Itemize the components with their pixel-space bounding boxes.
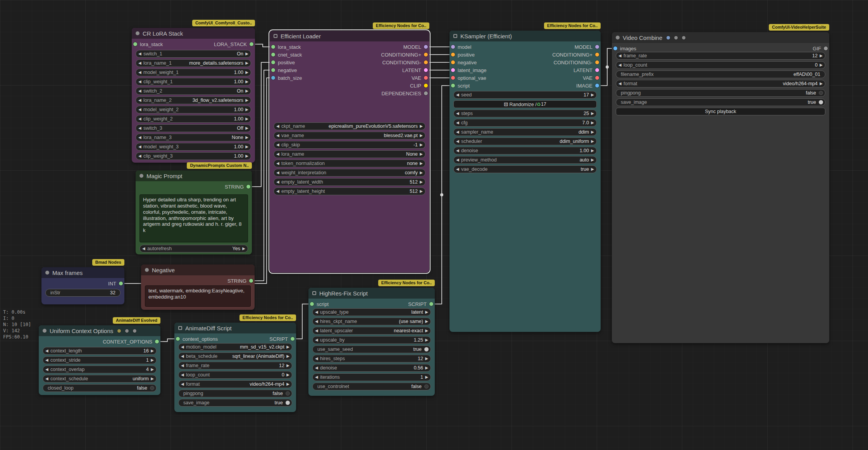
node-collapse-box-icon[interactable]	[274, 34, 277, 38]
node-efficient-loader[interactable]: Efficiency Nodes for Co..Efficient Loade…	[270, 31, 429, 273]
input-slot-dot[interactable]	[271, 68, 275, 72]
input-slot-dot[interactable]	[271, 60, 275, 64]
combo-decrement-arrow-icon[interactable]: ◀	[276, 161, 279, 165]
widget-upscale-by[interactable]: ◀upscale_by1.25▶	[312, 336, 431, 344]
toggle-indicator[interactable]	[286, 401, 290, 405]
combo-decrement-arrow-icon[interactable]: ◀	[315, 357, 318, 361]
combo-increment-arrow-icon[interactable]: ▶	[591, 130, 594, 134]
combo-decrement-arrow-icon[interactable]: ◀	[315, 319, 318, 323]
output-slot-CLIP[interactable]: CLIP	[410, 82, 428, 89]
combo-decrement-arrow-icon[interactable]: ◀	[276, 143, 279, 147]
node-collapse-dot-icon[interactable]	[45, 271, 49, 275]
output-slot-CONDITIONING+[interactable]: CONDITIONING+	[381, 51, 428, 58]
widget-sampler-name[interactable]: ◀sampler_nameddim▶	[453, 128, 597, 136]
combo-decrement-arrow-icon[interactable]: ◀	[181, 364, 184, 368]
widget-token-normalization[interactable]: ◀token_normalizationnone▶	[274, 160, 425, 167]
output-slot-CONDITIONING-[interactable]: CONDITIONING-	[554, 58, 599, 66]
combo-decrement-arrow-icon[interactable]: ◀	[315, 310, 318, 314]
output-slot-dot[interactable]	[429, 302, 433, 306]
toggle-indicator[interactable]	[819, 100, 823, 105]
combo-increment-arrow-icon[interactable]: ▶	[245, 70, 248, 74]
widget-model-weight-3[interactable]: ◀model_weight_31.00▶	[136, 143, 251, 151]
widget-filename-prefix[interactable]: filename_prefixeffAD\00_01	[616, 70, 825, 78]
node-collapse-box-icon[interactable]	[312, 291, 316, 295]
combo-decrement-arrow-icon[interactable]: ◀	[276, 124, 279, 128]
widget-format[interactable]: ◀formatvideo/h264-mp4▶	[616, 80, 825, 88]
input-slot-negative[interactable]: negative	[271, 66, 297, 74]
combo-decrement-arrow-icon[interactable]: ◀	[142, 247, 145, 251]
widget-empty-latent-width[interactable]: ◀empty_latent_width512▶	[274, 178, 425, 186]
combo-increment-arrow-icon[interactable]: ▶	[591, 112, 594, 115]
widget-context-length[interactable]: ◀context_length16▶	[43, 347, 157, 355]
combo-decrement-arrow-icon[interactable]: ◀	[456, 139, 459, 143]
input-slot-cnet_stack[interactable]: cnet_stack	[271, 51, 302, 58]
widget-randomize[interactable]: ⚄ Randomize / ♻ 17	[453, 100, 597, 108]
node-collapse-box-icon[interactable]	[178, 326, 182, 330]
input-slot-latent_image[interactable]: latent_image	[451, 66, 486, 74]
node-title-bar[interactable]: Max frames	[41, 267, 124, 278]
toggle-indicator[interactable]	[424, 347, 429, 352]
combo-increment-arrow-icon[interactable]: ▶	[286, 364, 289, 368]
combo-decrement-arrow-icon[interactable]: ◀	[45, 368, 48, 371]
widget-pingpong[interactable]: pingpongfalse	[178, 390, 292, 397]
toggle-indicator[interactable]	[424, 385, 429, 389]
combo-decrement-arrow-icon[interactable]: ◀	[315, 375, 318, 379]
node-cr-lora-stack[interactable]: ComfyUI_Comfyroll_Custo..CR LoRA Stacklo…	[132, 28, 255, 163]
combo-decrement-arrow-icon[interactable]: ◀	[276, 189, 279, 193]
node-max-frames[interactable]: Bmad NodesMax framesINTinStr32	[41, 267, 124, 304]
node-video-combine[interactable]: ComfyUI-VideoHelperSuiteVideo Combineima…	[612, 32, 829, 343]
combo-increment-arrow-icon[interactable]: ▶	[420, 134, 423, 137]
output-slot-dot[interactable]	[595, 68, 599, 72]
output-slot-dot[interactable]	[424, 84, 428, 88]
node-title-bar[interactable]: KSampler (Efficient)	[450, 31, 601, 41]
input-slot-images[interactable]: images	[613, 45, 636, 52]
combo-decrement-arrow-icon[interactable]: ◀	[138, 52, 141, 56]
output-slot-INT[interactable]: INT	[108, 280, 123, 287]
input-slot-optional_vae[interactable]: optional_vae	[451, 74, 486, 82]
widget-format[interactable]: ◀formatvideo/h264-mp4▶	[178, 380, 292, 388]
widget-loop-count[interactable]: ◀loop_count0▶	[178, 371, 292, 379]
widget-frame-rate[interactable]: ◀frame_rate12▶	[178, 362, 292, 369]
combo-decrement-arrow-icon[interactable]: ◀	[456, 167, 459, 171]
widget-clip-weight-1[interactable]: ◀clip_weight_11.00▶	[136, 78, 251, 86]
widget-switch-1[interactable]: ◀switch_1On▶	[136, 50, 251, 58]
combo-decrement-arrow-icon[interactable]: ◀	[181, 382, 184, 386]
output-slot-DEPENDENCIES[interactable]: DEPENDENCIES	[381, 89, 428, 97]
node-collapse-box-icon[interactable]	[453, 34, 457, 38]
output-slot-dot[interactable]	[246, 185, 250, 189]
node-collapse-dot-icon[interactable]	[145, 268, 149, 272]
output-slot-dot[interactable]	[249, 279, 253, 283]
node-highres-fix-script[interactable]: Efficiency Nodes for Co..HighRes-Fix Scr…	[308, 288, 435, 396]
combo-decrement-arrow-icon[interactable]: ◀	[618, 54, 622, 58]
combo-decrement-arrow-icon[interactable]: ◀	[618, 63, 622, 67]
combo-decrement-arrow-icon[interactable]: ◀	[138, 70, 141, 74]
combo-increment-arrow-icon[interactable]: ▶	[286, 382, 289, 386]
node-graph-canvas[interactable]: T: 0.00sI: 0N: 10 [10]V: 142FPS:60.10 Co…	[0, 0, 868, 450]
combo-increment-arrow-icon[interactable]: ▶	[820, 54, 823, 58]
combo-increment-arrow-icon[interactable]: ▶	[245, 80, 248, 84]
widget-preview-method[interactable]: ◀preview_methodauto▶	[453, 156, 597, 164]
output-slot-dot[interactable]	[595, 45, 599, 49]
output-slot-STRING[interactable]: STRING	[225, 183, 250, 191]
combo-decrement-arrow-icon[interactable]: ◀	[138, 61, 141, 65]
widget-autorefresh[interactable]: ◀autorefreshYes▶	[140, 245, 248, 252]
node-collapse-dot-icon[interactable]	[43, 329, 46, 333]
widget-use-same-seed[interactable]: use_same_seedtrue	[312, 345, 431, 353]
combo-increment-arrow-icon[interactable]: ▶	[591, 121, 594, 125]
output-slot-dot[interactable]	[595, 76, 599, 80]
combo-decrement-arrow-icon[interactable]: ◀	[276, 152, 279, 156]
output-slot-dot[interactable]	[424, 91, 428, 95]
combo-decrement-arrow-icon[interactable]: ◀	[456, 130, 459, 134]
combo-increment-arrow-icon[interactable]: ▶	[245, 126, 248, 130]
widget-weight-interpretation[interactable]: ◀weight_interpretationcomfy▶	[274, 169, 425, 177]
combo-increment-arrow-icon[interactable]: ▶	[591, 158, 594, 162]
widget-scheduler[interactable]: ◀schedulerddim_uniform▶	[453, 137, 597, 145]
widget-iterations[interactable]: ◀iterations1▶	[312, 373, 431, 381]
input-slot-positive[interactable]: positive	[271, 58, 295, 66]
input-slot-dot[interactable]	[176, 337, 180, 341]
combo-decrement-arrow-icon[interactable]: ◀	[456, 121, 459, 125]
combo-decrement-arrow-icon[interactable]: ◀	[181, 354, 184, 358]
widget-steps[interactable]: ◀steps25▶	[453, 110, 597, 117]
node-textarea[interactable]: text, watermark, embedding:EasyNeagtive,…	[145, 285, 251, 307]
widget-instr[interactable]: inStr32	[45, 289, 121, 297]
